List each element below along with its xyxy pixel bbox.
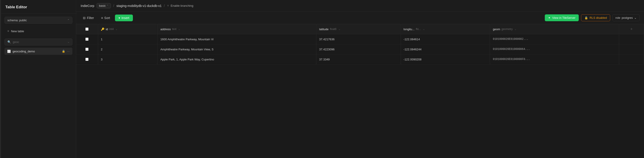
- row-2-geom-value: 0101000020E610000064...: [493, 48, 530, 51]
- row-3-checkbox[interactable]: [85, 58, 88, 61]
- new-table-label: New table: [11, 29, 24, 33]
- branching-label: Enable branching: [171, 4, 194, 7]
- header-id[interactable]: 🔑 id int4 ⌄: [98, 24, 158, 34]
- table-search-container: 🔍 ⌄: [4, 38, 72, 45]
- table-row: 2 Amphitheatre Parkway, Mountain View, S…: [76, 44, 644, 54]
- row-1-address[interactable]: 1600 Amphitheatre Parkway, Mountain Vi: [158, 34, 316, 44]
- filter-label: Filter: [87, 16, 94, 20]
- plan-badge[interactable]: basic ⌃: [96, 3, 111, 8]
- header-checkbox-cell: [76, 24, 98, 34]
- row-1-longitude[interactable]: -122.084614: [401, 34, 490, 44]
- col-address-type: text: [172, 27, 176, 31]
- schema-label: schema: public: [8, 18, 27, 22]
- db-name: staging-mobilitydb-v1-duckdb-v1: [116, 4, 162, 7]
- select-all-checkbox[interactable]: [85, 27, 88, 31]
- key-icon: 🔑: [101, 27, 104, 31]
- table-search-input[interactable]: [13, 40, 66, 44]
- header-latitude[interactable]: latitude float8 ⌄: [316, 24, 401, 34]
- role-chevron-icon: ⌄: [634, 16, 636, 19]
- row-1-longitude-value: -122.084614: [401, 34, 490, 44]
- row-3-address[interactable]: Apple Park, 1, Apple Park Way, Cupertino: [158, 54, 316, 64]
- table-item-name: geocoding_demo: [12, 50, 60, 53]
- row-1-latitude[interactable]: 37.4217636: [316, 34, 401, 44]
- main-content: IndieCorp basic ⌃ / staging-mobilitydb-v…: [76, 0, 644, 158]
- col-latitude-name: latitude: [319, 27, 328, 31]
- role-value: postgres: [622, 16, 633, 19]
- col-geom-chevron: ⌄: [514, 28, 516, 31]
- sort-icon: ≡: [101, 16, 103, 20]
- tileserver-icon: ✦: [548, 16, 550, 19]
- sort-button[interactable]: ≡ Sort: [99, 15, 112, 21]
- breadcrumb-sep-1: /: [113, 4, 114, 8]
- role-selector[interactable]: role postgres ⌄: [612, 14, 640, 21]
- col-longitude-type: flo...: [416, 27, 421, 31]
- row-1-checkbox[interactable]: [85, 38, 88, 41]
- row-3-longitude-value: -122.0090208: [401, 54, 490, 64]
- schema-selector[interactable]: schema: public ⌃: [4, 17, 72, 24]
- row-1-latitude-value: 37.4217636: [316, 34, 400, 44]
- col-longitude-chevron: ⌄: [423, 28, 425, 31]
- table-header-row: 🔑 id int4 ⌄ address text ⌄: [76, 24, 644, 34]
- header-longitude[interactable]: longitu... flo... ⌄: [401, 24, 490, 34]
- row-3-geom-value: 0101000020E6100000F0...: [493, 58, 530, 61]
- row-2-geom[interactable]: 0101000020E610000064...: [490, 44, 619, 54]
- col-latitude-type: float8: [330, 27, 336, 31]
- col-latitude-chevron: ⌄: [338, 28, 340, 31]
- col-geom-name: geom: [493, 27, 500, 31]
- col-address-chevron: ⌄: [178, 28, 180, 31]
- add-column-button[interactable]: +: [619, 24, 644, 34]
- col-geom-type: geometry: [502, 27, 513, 31]
- tileserver-label: View in TileServer: [552, 16, 576, 19]
- col-longitude-name: longitu...: [404, 27, 414, 31]
- row-2-id-value: 2: [98, 44, 158, 54]
- col-id-name: id: [106, 27, 108, 31]
- branch-icon: ⑂: [167, 4, 169, 7]
- toolbar-left: ⊟ Filter ≡ Sort ▾ Insert: [81, 14, 542, 21]
- filter-button[interactable]: ⊟ Filter: [81, 15, 96, 21]
- row-3-checkbox-cell: [76, 54, 98, 64]
- sidebar-title: Table Editor: [1, 0, 76, 14]
- row-1-id[interactable]: 1: [98, 34, 158, 44]
- col-address-name: address: [160, 27, 171, 31]
- schema-chevron-icon: ⌃: [68, 19, 70, 22]
- insert-button[interactable]: ▾ Insert: [115, 14, 133, 21]
- row-3-id[interactable]: 3: [98, 54, 158, 64]
- row-2-longitude-value: -122.0846244: [401, 44, 490, 54]
- row-2-checkbox-cell: [76, 44, 98, 54]
- row-3-id-value: 3: [98, 54, 158, 64]
- header-geom[interactable]: geom geometry ⌄: [490, 24, 619, 34]
- data-table: 🔑 id int4 ⌄ address text ⌄: [76, 24, 644, 64]
- plus-icon: +: [7, 29, 9, 33]
- row-2-checkbox[interactable]: [85, 48, 88, 51]
- role-label: role: [615, 16, 620, 19]
- lock-rls-icon: 🔒: [584, 16, 588, 19]
- row-1-geom[interactable]: 0101000020E61000002...: [490, 34, 619, 44]
- row-3-address-value: Apple Park, 1, Apple Park Way, Cupertino: [160, 58, 214, 61]
- row-2-address[interactable]: Amphitheatre Parkway, Mountain View, S: [158, 44, 316, 54]
- row-3-geom[interactable]: 0101000020E6100000F0...: [490, 54, 619, 64]
- row-3-longitude[interactable]: -122.0090208: [401, 54, 490, 64]
- table-list-item[interactable]: ⬜ geocoding_demo 🔒 ···: [4, 48, 72, 55]
- row-2-longitude[interactable]: -122.0846244: [401, 44, 490, 54]
- enable-branching-button[interactable]: ⑂ Enable branching: [167, 4, 194, 7]
- table-icon: ⬜: [7, 50, 11, 53]
- header-add-column[interactable]: +: [619, 24, 644, 34]
- lock-icon: 🔒: [62, 50, 65, 53]
- table-container: 🔑 id int4 ⌄ address text ⌄: [76, 24, 644, 158]
- toolbar-right: ✦ View in TileServer 🔒 RLS disabled role…: [545, 14, 640, 21]
- schema-selector-container: schema: public ⌃: [4, 17, 72, 24]
- col-id-type: int4: [109, 27, 114, 31]
- row-3-latitude[interactable]: 37.3349: [316, 54, 401, 64]
- new-table-button[interactable]: + New table: [4, 27, 72, 35]
- row-3-extra: [619, 54, 644, 64]
- sidebar: Table Editor schema: public ⌃ + New tabl…: [1, 0, 76, 158]
- row-2-id[interactable]: 2: [98, 44, 158, 54]
- row-2-latitude[interactable]: 37.4223096: [316, 44, 401, 54]
- search-icon: 🔍: [8, 40, 11, 44]
- header-address[interactable]: address text ⌄: [158, 24, 316, 34]
- rls-button[interactable]: 🔒 RLS disabled: [581, 14, 610, 21]
- table-row: 1 1600 Amphitheatre Parkway, Mountain Vi…: [76, 34, 644, 44]
- view-tileserver-button[interactable]: ✦ View in TileServer: [545, 14, 579, 21]
- filter-icon: ⊟: [83, 16, 86, 20]
- row-1-geom-value: 0101000020E61000002...: [493, 38, 528, 41]
